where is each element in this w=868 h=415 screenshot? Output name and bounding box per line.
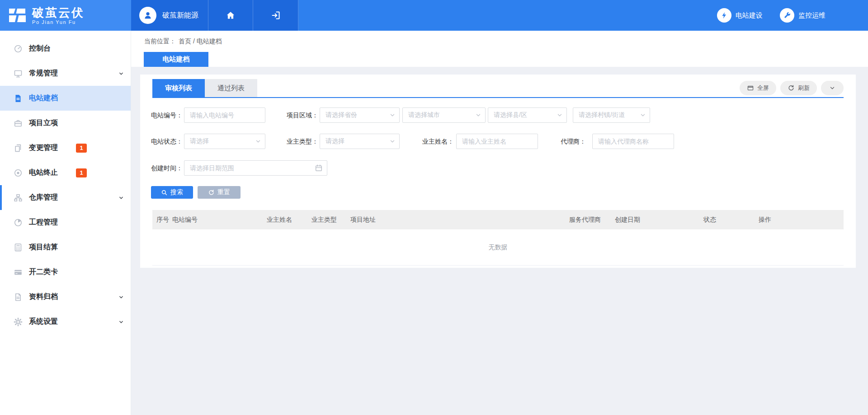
reset-button[interactable]: 重置 bbox=[198, 186, 241, 199]
sidebar-item-console[interactable]: 控制台 bbox=[0, 36, 131, 61]
station-status-label: 电站状态： bbox=[148, 134, 183, 149]
sidebar-item-engineering-mgmt[interactable]: 工程管理 bbox=[0, 210, 131, 235]
fullscreen-icon bbox=[747, 84, 754, 92]
collapse-button[interactable] bbox=[821, 81, 844, 95]
col-create-date: 创建日期 bbox=[615, 210, 640, 229]
col-service-agent: 服务代理商 bbox=[569, 210, 601, 229]
refresh-button[interactable]: 刷新 bbox=[780, 81, 817, 95]
breadcrumb-prefix: 当前位置： bbox=[144, 37, 176, 45]
table-empty-state: 无数据 bbox=[152, 229, 844, 266]
col-index: 序号 bbox=[156, 210, 169, 229]
sidebar-item-data-archive[interactable]: 资料归档 bbox=[0, 284, 131, 309]
sidebar-item-warehouse-mgmt[interactable]: 仓库管理 bbox=[0, 185, 131, 210]
sidebar-item-label: 系统设置 bbox=[29, 317, 58, 326]
tab-passed-list[interactable]: 通过列表 bbox=[205, 79, 257, 97]
card-icon bbox=[14, 268, 23, 277]
company-name: 破茧新能源 bbox=[162, 11, 198, 20]
nav-station-build-label: 电站建设 bbox=[736, 11, 763, 20]
refresh-label: 刷新 bbox=[798, 84, 810, 92]
region-label: 项目区域： bbox=[276, 107, 318, 123]
chevron-down-icon bbox=[255, 138, 261, 145]
circle-dot-icon bbox=[14, 168, 23, 177]
station-status-select[interactable]: 请选择 bbox=[184, 134, 265, 149]
chevron-down-icon bbox=[640, 112, 646, 118]
chevron-down-icon bbox=[389, 112, 396, 118]
sidebar: 控制台 常规管理 电站建档 项目立项 bbox=[0, 31, 131, 415]
reset-icon bbox=[208, 189, 215, 196]
active-indicator-bar bbox=[0, 185, 2, 210]
chevron-down-icon bbox=[829, 85, 835, 91]
owner-name-input[interactable] bbox=[456, 134, 538, 149]
owner-type-placeholder: 请选择 bbox=[326, 137, 344, 145]
search-icon bbox=[161, 189, 168, 196]
sign-out-icon bbox=[270, 10, 281, 21]
create-time-input[interactable] bbox=[184, 160, 327, 176]
agent-input[interactable] bbox=[592, 134, 674, 149]
sidebar-item-general-mgmt[interactable]: 常规管理 bbox=[0, 61, 131, 86]
person-icon bbox=[143, 10, 153, 20]
gear-icon bbox=[14, 317, 23, 326]
sidebar-item-label: 电站建档 bbox=[29, 93, 58, 103]
brand-title: 破茧云伏 bbox=[32, 6, 85, 19]
fullscreen-label: 全屏 bbox=[757, 84, 769, 92]
reset-button-label: 重置 bbox=[217, 188, 230, 196]
col-owner-type: 业主类型 bbox=[311, 210, 337, 229]
sidebar-item-change-mgmt[interactable]: 变更管理 1 bbox=[0, 135, 131, 160]
station-status-placeholder: 请选择 bbox=[190, 137, 209, 145]
sidebar-item-project-settlement[interactable]: 项目结算 bbox=[0, 235, 131, 260]
copy-icon bbox=[14, 144, 23, 153]
badge-count: 1 bbox=[76, 144, 87, 153]
chevron-down-icon bbox=[118, 319, 124, 325]
province-select[interactable]: 请选择省份 bbox=[320, 107, 400, 123]
main-content: 当前位置：首页 / 电站建档 电站建档 审核列表 通过列表 全屏 bbox=[131, 31, 868, 415]
col-owner-name: 业主姓名 bbox=[267, 210, 292, 229]
agent-label: 代理商： bbox=[543, 134, 586, 149]
nav-monitor-ops-label: 监控运维 bbox=[798, 11, 826, 20]
brand-logo-icon bbox=[8, 6, 27, 25]
fullscreen-button[interactable]: 全屏 bbox=[740, 81, 776, 95]
station-no-input[interactable] bbox=[184, 107, 265, 123]
page-tab-station-archive[interactable]: 电站建档 bbox=[144, 52, 208, 67]
search-button[interactable]: 搜索 bbox=[151, 186, 193, 199]
owner-name-label: 业主姓名： bbox=[411, 134, 454, 149]
chevron-down-icon bbox=[118, 195, 124, 201]
owner-type-select[interactable]: 请选择 bbox=[320, 134, 400, 149]
table-header-row: 序号 电站编号 业主姓名 业主类型 项目地址 服务代理商 创建日期 状态 操作 bbox=[152, 210, 844, 229]
county-placeholder: 请选择县/区 bbox=[494, 111, 527, 119]
panel-toolbar: 全屏 刷新 bbox=[740, 79, 844, 97]
dashboard-icon bbox=[14, 44, 23, 53]
sidebar-item-label: 项目结算 bbox=[29, 242, 58, 252]
county-select[interactable]: 请选择县/区 bbox=[488, 107, 567, 123]
tab-review-list[interactable]: 审核列表 bbox=[152, 79, 205, 97]
monitor-icon bbox=[14, 69, 23, 78]
header-right-nav: 电站建设 监控运维 bbox=[717, 0, 826, 31]
create-time-label: 创建时间： bbox=[148, 160, 183, 176]
content-panel: 审核列表 通过列表 全屏 刷 bbox=[140, 75, 856, 268]
sidebar-item-project-initiation[interactable]: 项目立项 bbox=[0, 111, 131, 135]
nav-station-build[interactable]: 电站建设 bbox=[717, 8, 763, 23]
sidebar-item-system-settings[interactable]: 系统设置 bbox=[0, 309, 131, 334]
wrench-icon bbox=[780, 8, 794, 23]
logout-button[interactable] bbox=[253, 0, 298, 31]
breadcrumb: 当前位置：首页 / 电站建档 bbox=[131, 31, 868, 46]
brand-subtitle: Po Jian Yun Fu bbox=[32, 19, 85, 25]
village-select[interactable]: 请选择村镇/街道 bbox=[573, 107, 650, 123]
village-placeholder: 请选择村镇/街道 bbox=[579, 111, 625, 119]
province-placeholder: 请选择省份 bbox=[326, 111, 357, 119]
search-button-label: 搜索 bbox=[170, 188, 183, 196]
sidebar-item-open-card[interactable]: 开二类卡 bbox=[0, 260, 131, 284]
sidebar-item-label: 控制台 bbox=[29, 44, 51, 53]
chevron-down-icon bbox=[389, 138, 396, 145]
sidebar-item-station-terminate[interactable]: 电站终止 1 bbox=[0, 160, 131, 185]
owner-type-label: 业主类型： bbox=[276, 134, 318, 149]
home-button[interactable] bbox=[208, 0, 254, 31]
brand-logo: 破茧云伏 Po Jian Yun Fu bbox=[0, 0, 131, 31]
sidebar-item-station-archive[interactable]: 电站建档 bbox=[0, 86, 131, 111]
sidebar-item-label: 常规管理 bbox=[29, 69, 58, 78]
nav-monitor-ops[interactable]: 监控运维 bbox=[780, 8, 826, 23]
user-menu[interactable]: 破茧新能源 bbox=[131, 0, 208, 31]
sidebar-item-label: 开二类卡 bbox=[29, 267, 58, 277]
avatar bbox=[139, 7, 156, 24]
chevron-down-icon bbox=[118, 294, 124, 300]
city-select[interactable]: 请选择城市 bbox=[402, 107, 486, 123]
